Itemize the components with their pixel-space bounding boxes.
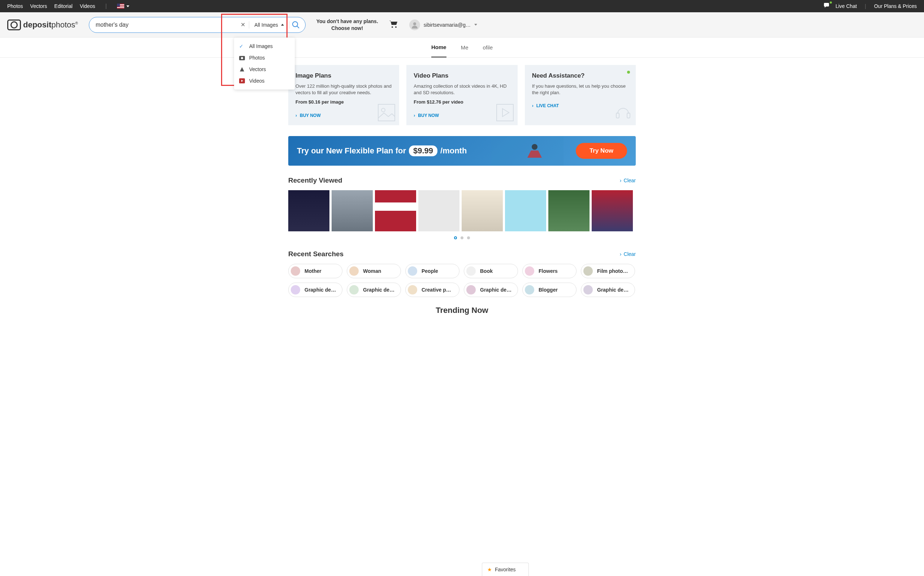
search-icon <box>292 21 300 29</box>
topnav-videos[interactable]: Videos <box>80 3 95 9</box>
topbar-separator-2: | <box>865 3 866 9</box>
card-description: Over 122 million high-quality stock phot… <box>295 83 392 96</box>
search-bar: ✕ All Images ✓ All Images Photos Vectors <box>89 17 306 33</box>
recently-viewed-title: Recently Viewed <box>288 176 342 184</box>
chevron-up-icon <box>281 24 284 26</box>
status-dot-icon <box>627 71 630 74</box>
search-chip[interactable]: Graphic desi… <box>464 283 518 297</box>
topnav-photos[interactable]: Photos <box>7 3 23 9</box>
banner-text-post: /month <box>440 146 467 155</box>
msg-line-2: Choose now! <box>316 25 378 31</box>
search-chip[interactable]: Mother <box>288 264 342 278</box>
plans-prices-link[interactable]: Our Plans & Prices <box>874 3 917 9</box>
search-chip[interactable]: People <box>405 264 459 278</box>
status-dot-icon <box>830 2 832 3</box>
search-input[interactable] <box>96 22 237 28</box>
chip-label: Mother <box>305 268 321 274</box>
tab-profile-partial[interactable]: ofile <box>483 38 493 57</box>
thumb-item[interactable] <box>332 190 373 231</box>
action-label: BUY NOW <box>418 113 439 118</box>
chevron-right-icon: › <box>414 113 415 118</box>
chevron-down-icon <box>127 5 129 7</box>
tab-menu-partial[interactable]: Me <box>461 38 468 57</box>
search-chip[interactable]: Graphic design <box>288 283 342 297</box>
svg-point-5 <box>391 26 393 28</box>
card-video-plans: Video Plans Amazing collection of stock … <box>406 65 517 125</box>
search-chip[interactable]: Flowers <box>522 264 576 278</box>
chip-label: People <box>422 268 438 274</box>
banner-price: $9.99 <box>409 146 438 156</box>
search-chip[interactable]: Blogger <box>522 283 576 297</box>
recently-viewed-thumbs <box>288 190 636 231</box>
topnav-editorial[interactable]: Editorial <box>54 3 72 9</box>
cart-button[interactable] <box>389 20 398 30</box>
carousel-dot[interactable] <box>460 237 464 239</box>
chevron-right-icon: › <box>295 113 297 118</box>
trending-now-title: Trending Now <box>288 306 636 315</box>
dropdown-photos[interactable]: Photos <box>234 52 295 64</box>
card-assistance: Need Assistance? If you have questions, … <box>525 65 636 125</box>
thumb-item[interactable] <box>505 190 546 231</box>
thumb-item[interactable] <box>592 190 633 231</box>
username-label: sibirtsevamaria@g… <box>424 22 471 28</box>
dropdown-all-images[interactable]: ✓ All Images <box>234 40 295 52</box>
clear-recently-viewed[interactable]: › Clear <box>620 178 636 183</box>
svg-rect-11 <box>616 113 619 118</box>
surfer-image <box>491 136 563 166</box>
user-menu[interactable]: sibirtsevamaria@g… <box>409 19 477 30</box>
carousel-dot[interactable] <box>467 237 470 239</box>
carousel-dot[interactable] <box>454 237 457 239</box>
dropdown-vectors[interactable]: Vectors <box>234 64 295 75</box>
camera-logo-icon <box>7 19 21 30</box>
search-chip[interactable]: Creative person <box>405 283 459 297</box>
recent-searches-title: Recent Searches <box>288 250 343 258</box>
dropdown-videos[interactable]: Videos <box>234 75 295 86</box>
topnav-vectors[interactable]: Vectors <box>30 3 47 9</box>
chip-label: Woman <box>363 268 381 274</box>
svg-point-3 <box>241 57 243 59</box>
thumb-item[interactable] <box>375 190 416 231</box>
try-now-button[interactable]: Try Now <box>576 143 627 159</box>
thumb-item[interactable] <box>548 190 590 231</box>
tab-home[interactable]: Home <box>431 38 446 58</box>
clear-recent-searches[interactable]: › Clear <box>620 251 636 257</box>
clear-search-button[interactable]: ✕ <box>237 21 249 28</box>
card-image-plans: Image Plans Over 122 million high-qualit… <box>288 65 399 125</box>
dropdown-item-label: Vectors <box>249 66 266 72</box>
language-selector[interactable] <box>117 3 129 9</box>
search-button[interactable] <box>289 18 302 31</box>
chip-label: Graphic desi… <box>597 287 629 293</box>
avatar <box>409 19 420 30</box>
chip-label: Blogger <box>539 287 558 293</box>
chip-label: Creative person <box>422 287 453 293</box>
card-description: If you have questions, let us help you c… <box>532 83 629 96</box>
svg-line-1 <box>297 26 299 28</box>
thumb-item[interactable] <box>288 190 329 231</box>
svg-point-6 <box>395 26 396 28</box>
no-plans-message[interactable]: You don't have any plans. Choose now! <box>316 18 378 31</box>
logo[interactable]: depositphotos® <box>7 19 78 30</box>
svg-rect-8 <box>378 104 395 121</box>
search-chip[interactable]: Graphic desi… <box>347 283 401 297</box>
chevron-right-icon: › <box>620 178 622 183</box>
live-chat-link[interactable] <box>824 3 831 10</box>
live-chat-label[interactable]: Live Chat <box>836 3 857 9</box>
search-chip[interactable]: Book <box>464 264 518 278</box>
chevron-right-icon: › <box>532 103 534 108</box>
thumb-item[interactable] <box>418 190 459 231</box>
svg-point-14 <box>532 144 537 150</box>
thumb-item[interactable] <box>462 190 503 231</box>
search-chip[interactable]: Woman <box>347 264 401 278</box>
search-chip[interactable]: Graphic desi… <box>581 283 635 297</box>
card-title: Video Plans <box>414 72 510 79</box>
topbar-separator: | <box>105 3 107 10</box>
search-chip[interactable]: Film photogr… <box>581 264 635 278</box>
vector-icon <box>239 66 245 72</box>
camera-icon <box>239 55 245 60</box>
video-icon <box>496 104 514 122</box>
chip-label: Graphic design <box>305 287 336 293</box>
search-type-selector[interactable]: All Images <box>249 22 289 28</box>
chip-thumbnail-icon <box>466 285 476 294</box>
svg-point-7 <box>413 22 416 25</box>
image-icon <box>377 104 396 122</box>
